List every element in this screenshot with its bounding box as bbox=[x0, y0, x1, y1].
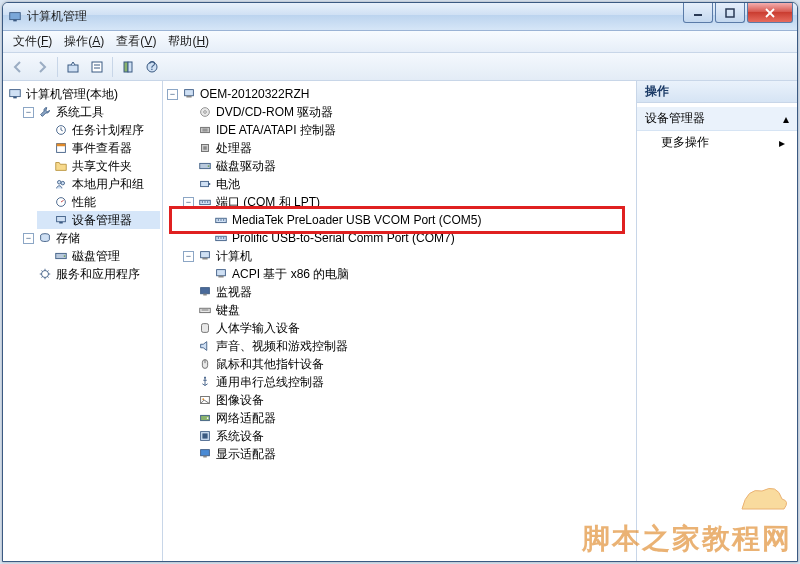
keyboard-icon bbox=[197, 302, 213, 318]
svg-point-26 bbox=[64, 255, 66, 257]
actions-group-header[interactable]: 设备管理器 ▴ bbox=[637, 107, 797, 131]
tree-label: 事件查看器 bbox=[72, 140, 132, 157]
toolbar-separator bbox=[112, 57, 113, 77]
menu-f[interactable]: 文件(F) bbox=[7, 31, 58, 52]
device-item[interactable]: ACPI 基于 x86 的电脑 bbox=[197, 265, 634, 283]
device-item[interactable]: Prolific USB-to-Serial Comm Port (COM7) bbox=[197, 229, 634, 247]
svg-point-48 bbox=[223, 219, 224, 220]
device-category[interactable]: 显示适配器 bbox=[181, 445, 634, 463]
device-item[interactable]: MediaTek PreLoader USB VCOM Port (COM5) bbox=[197, 211, 634, 229]
svg-point-68 bbox=[207, 417, 209, 419]
device-category[interactable]: DVD/CD-ROM 驱动器 bbox=[181, 103, 634, 121]
tree-label: 磁盘管理 bbox=[72, 248, 120, 265]
menu-v[interactable]: 查看(V) bbox=[110, 31, 162, 52]
nav-item[interactable]: 设备管理器 bbox=[37, 211, 160, 229]
nav-group[interactable]: 服务和应用程序 bbox=[21, 265, 160, 283]
svg-rect-0 bbox=[10, 12, 21, 19]
svg-rect-61 bbox=[202, 324, 209, 333]
device-category[interactable]: −计算机 bbox=[181, 247, 634, 265]
nav-item[interactable]: 本地用户和组 bbox=[37, 175, 160, 193]
tree-label: 通用串行总线控制器 bbox=[216, 374, 324, 391]
svg-rect-23 bbox=[59, 222, 63, 224]
device-category[interactable]: 磁盘驱动器 bbox=[181, 157, 634, 175]
nav-item[interactable]: 磁盘管理 bbox=[37, 247, 160, 265]
maximize-button[interactable] bbox=[715, 3, 745, 23]
tree-label: 任务计划程序 bbox=[72, 122, 144, 139]
wrench-icon bbox=[37, 104, 53, 120]
svg-point-31 bbox=[204, 111, 207, 114]
properties-button[interactable] bbox=[86, 56, 108, 78]
expand-toggle[interactable]: − bbox=[167, 89, 178, 100]
menu-h[interactable]: 帮助(H) bbox=[162, 31, 215, 52]
device-category[interactable]: 声音、视频和游戏控制器 bbox=[181, 337, 634, 355]
svg-point-43 bbox=[204, 201, 205, 202]
device-category[interactable]: 人体学输入设备 bbox=[181, 319, 634, 337]
devtree-root[interactable]: −OEM-20120322RZH bbox=[165, 85, 634, 103]
device-category[interactable]: 处理器 bbox=[181, 139, 634, 157]
svg-point-27 bbox=[42, 271, 49, 278]
tree-label: IDE ATA/ATAPI 控制器 bbox=[216, 122, 336, 139]
app-icon bbox=[7, 9, 23, 25]
back-button[interactable] bbox=[7, 56, 29, 78]
nav-group[interactable]: −系统工具 bbox=[21, 103, 160, 121]
device-category[interactable]: 电池 bbox=[181, 175, 634, 193]
device-category[interactable]: 通用串行总线控制器 bbox=[181, 373, 634, 391]
svg-rect-53 bbox=[201, 252, 210, 258]
device-category[interactable]: 监视器 bbox=[181, 283, 634, 301]
port-icon bbox=[213, 230, 229, 246]
device-category[interactable]: −端口 (COM 和 LPT) bbox=[181, 193, 634, 211]
nav-root[interactable]: 计算机管理(本地) bbox=[5, 85, 160, 103]
battery-icon bbox=[197, 176, 213, 192]
nav-pane[interactable]: 计算机管理(本地)−系统工具任务计划程序事件查看器共享文件夹本地用户和组性能设备… bbox=[3, 81, 163, 561]
device-category[interactable]: 网络适配器 bbox=[181, 409, 634, 427]
svg-rect-54 bbox=[202, 258, 207, 260]
nav-item[interactable]: 共享文件夹 bbox=[37, 157, 160, 175]
up-button[interactable] bbox=[62, 56, 84, 78]
ide-icon bbox=[197, 122, 213, 138]
nav-item[interactable]: 任务计划程序 bbox=[37, 121, 160, 139]
tree-label: OEM-20120322RZH bbox=[200, 87, 309, 101]
expand-toggle[interactable]: − bbox=[183, 197, 194, 208]
expand-toggle[interactable]: − bbox=[183, 251, 194, 262]
window-buttons bbox=[681, 3, 793, 23]
device-category[interactable]: 键盘 bbox=[181, 301, 634, 319]
storage-icon bbox=[37, 230, 53, 246]
more-actions-item[interactable]: 更多操作 ▸ bbox=[637, 131, 797, 154]
device-category[interactable]: 图像设备 bbox=[181, 391, 634, 409]
minimize-button[interactable] bbox=[683, 3, 713, 23]
svg-rect-7 bbox=[92, 62, 102, 72]
forward-button[interactable] bbox=[31, 56, 53, 78]
svg-rect-10 bbox=[124, 62, 128, 72]
sys-icon bbox=[197, 428, 213, 444]
svg-text:?: ? bbox=[149, 60, 156, 73]
tree-label: 显示适配器 bbox=[216, 446, 276, 463]
svg-point-51 bbox=[220, 237, 221, 238]
refresh-button[interactable] bbox=[117, 56, 139, 78]
svg-point-47 bbox=[220, 219, 221, 220]
device-category[interactable]: IDE ATA/ATAPI 控制器 bbox=[181, 121, 634, 139]
expand-toggle[interactable]: − bbox=[23, 107, 34, 118]
computer-icon bbox=[7, 86, 23, 102]
nav-group[interactable]: −存储 bbox=[21, 229, 160, 247]
svg-rect-36 bbox=[203, 146, 207, 150]
expand-toggle[interactable]: − bbox=[23, 233, 34, 244]
users-icon bbox=[53, 176, 69, 192]
disk-icon bbox=[53, 248, 69, 264]
nav-item[interactable]: 事件查看器 bbox=[37, 139, 160, 157]
svg-rect-6 bbox=[68, 65, 78, 72]
computer-icon bbox=[213, 266, 229, 282]
svg-rect-70 bbox=[202, 433, 207, 438]
device-manager-pane[interactable]: −OEM-20120322RZHDVD/CD-ROM 驱动器IDE ATA/AT… bbox=[163, 81, 637, 561]
device-category[interactable]: 鼠标和其他指针设备 bbox=[181, 355, 634, 373]
device-category[interactable]: 系统设备 bbox=[181, 427, 634, 445]
window-title: 计算机管理 bbox=[27, 8, 87, 25]
more-actions-label: 更多操作 bbox=[661, 134, 709, 151]
services-icon bbox=[37, 266, 53, 282]
close-button[interactable] bbox=[747, 3, 793, 23]
menu-a[interactable]: 操作(A) bbox=[58, 31, 110, 52]
svg-rect-32 bbox=[201, 127, 210, 132]
help-button[interactable]: ? bbox=[141, 56, 163, 78]
nav-item[interactable]: 性能 bbox=[37, 193, 160, 211]
tree-label: 图像设备 bbox=[216, 392, 264, 409]
event-icon bbox=[53, 140, 69, 156]
